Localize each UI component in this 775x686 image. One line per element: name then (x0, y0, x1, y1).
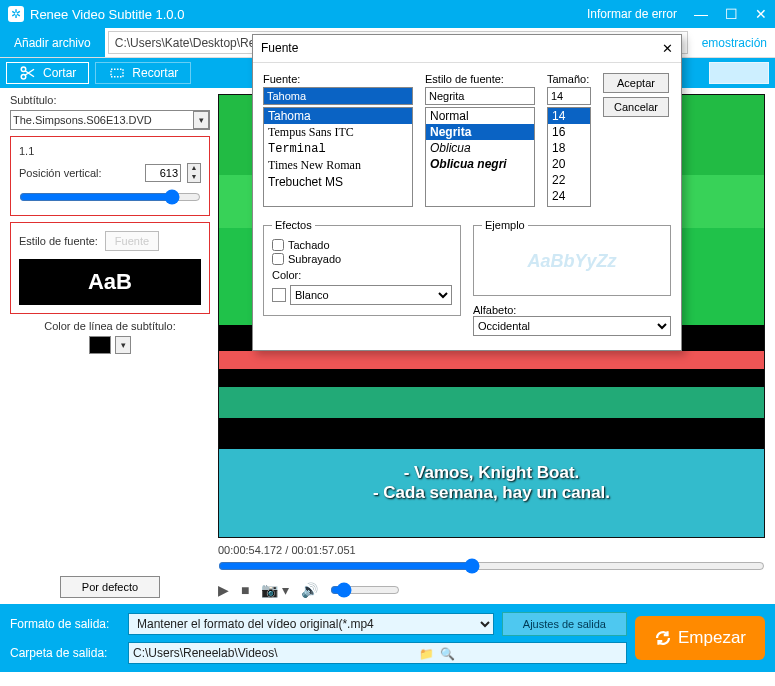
caption-line-1: - Vamos, Knight Boat. (219, 463, 764, 483)
play-icon[interactable]: ▶ (218, 582, 229, 598)
spin-down-icon[interactable]: ▼ (188, 173, 200, 182)
snapshot-icon[interactable]: 📷 ▾ (261, 582, 289, 598)
add-file-button[interactable]: Añadir archivo (0, 28, 105, 57)
underline-label: Subrayado (288, 253, 341, 265)
position-spinner[interactable]: ▲▼ (187, 163, 201, 183)
style-option[interactable]: Oblicua (426, 140, 534, 156)
font-option[interactable]: Tempus Sans ITC (264, 124, 412, 141)
example-legend: Ejemplo (482, 219, 528, 231)
search-icon[interactable]: 🔍 (440, 647, 455, 661)
close-icon[interactable]: ✕ (753, 6, 769, 22)
crop-button[interactable]: Recortar (95, 62, 191, 84)
output-folder-label: Carpeta de salida: (10, 646, 120, 660)
report-error-link[interactable]: Informar de error (587, 7, 677, 21)
volume-slider[interactable] (330, 582, 400, 598)
cut-label: Cortar (43, 66, 76, 80)
font-list[interactable]: Tahoma Tempus Sans ITC Terminal Times Ne… (263, 107, 413, 207)
font-style-label: Estilo de fuente: (19, 235, 98, 247)
color-swatch-icon (272, 288, 286, 302)
accept-button[interactable]: Aceptar (603, 73, 669, 93)
subtitle-label: Subtítulo: (10, 94, 210, 106)
style-option[interactable]: Oblicua negri (426, 156, 534, 172)
subtitle-caption: - Vamos, Knight Boat. - Cada semana, hay… (219, 463, 764, 503)
volume-icon[interactable]: 🔊 (301, 582, 318, 598)
underline-checkbox[interactable]: Subrayado (272, 253, 452, 265)
spin-up-icon[interactable]: ▲ (188, 164, 200, 173)
size-option[interactable]: 16 (548, 124, 590, 140)
maximize-icon[interactable]: ☐ (723, 6, 739, 22)
style-option[interactable]: Normal (426, 108, 534, 124)
size-option[interactable]: 14 (548, 108, 590, 124)
effects-group: Efectos Tachado Subrayado Color: Blanco (263, 219, 461, 316)
playback-controls: ▶ ■ 📷 ▾ 🔊 (218, 582, 765, 598)
subtitle-select-value: The.Simpsons.S06E13.DVD (13, 114, 152, 126)
font-style-input[interactable] (425, 87, 535, 105)
refresh-icon (654, 629, 672, 647)
position-slider[interactable] (19, 189, 201, 205)
demo-link[interactable]: emostración (694, 28, 775, 57)
style-field-label: Estilo de fuente: (425, 73, 535, 85)
font-name-input[interactable] (263, 87, 413, 105)
output-format-select[interactable]: Mantener el formato del vídeo original(*… (128, 613, 494, 635)
font-size-input[interactable] (547, 87, 591, 105)
position-index: 1.1 (19, 145, 201, 157)
strike-checkbox[interactable]: Tachado (272, 239, 452, 251)
cancel-button[interactable]: Cancelar (603, 97, 669, 117)
seek-slider[interactable] (218, 558, 765, 574)
font-option[interactable]: Trebuchet MS (264, 174, 412, 190)
size-list[interactable]: 14 16 18 20 22 24 26 (547, 107, 591, 207)
size-option[interactable]: 24 (548, 188, 590, 204)
output-format-label: Formato de salida: (10, 617, 120, 631)
start-button[interactable]: Empezar (635, 616, 765, 660)
svg-rect-2 (111, 69, 123, 77)
size-field-label: Tamaño: (547, 73, 591, 85)
size-option[interactable]: 18 (548, 140, 590, 156)
caption-line-2: - Cada semana, hay un canal. (219, 483, 764, 503)
output-folder-input[interactable] (128, 642, 627, 664)
color-select-label: Color: (272, 269, 452, 281)
app-logo-icon (8, 6, 24, 22)
cut-button[interactable]: Cortar (6, 62, 89, 84)
font-preview: AaB (19, 259, 201, 305)
crop-icon (108, 64, 126, 82)
font-option[interactable]: Terminal (264, 141, 412, 157)
size-option[interactable]: 20 (548, 156, 590, 172)
toolbar-spacer-box (709, 62, 769, 84)
default-button[interactable]: Por defecto (60, 576, 160, 598)
position-group: 1.1 Posición vertical: ▲▼ (10, 136, 210, 216)
size-option[interactable]: 22 (548, 172, 590, 188)
alphabet-select[interactable]: Occidental (473, 316, 671, 336)
line-color-dropdown[interactable]: ▾ (115, 336, 131, 354)
chevron-down-icon[interactable]: ▾ (193, 111, 209, 129)
bottom-bar: Formato de salida: Mantener el formato d… (0, 604, 775, 672)
effects-legend: Efectos (272, 219, 315, 231)
time-display: 00:00:54.172 / 00:01:57.051 (218, 544, 765, 556)
dialog-title: Fuente (261, 41, 298, 56)
stop-icon[interactable]: ■ (241, 582, 249, 598)
font-option[interactable]: Tahoma (264, 108, 412, 124)
font-option[interactable]: Times New Roman (264, 157, 412, 174)
window-title: Renee Video Subtitle 1.0.0 (30, 7, 587, 22)
style-list[interactable]: Normal Negrita Oblicua Oblicua negri (425, 107, 535, 207)
dialog-close-icon[interactable]: ✕ (662, 41, 673, 56)
minimize-icon[interactable]: — (693, 6, 709, 22)
style-option[interactable]: Negrita (426, 124, 534, 140)
left-panel: Subtítulo: The.Simpsons.S06E13.DVD ▾ 1.1… (10, 94, 210, 598)
alphabet-label: Alfabeto: (473, 304, 671, 316)
font-button[interactable]: Fuente (105, 231, 159, 251)
position-input[interactable] (145, 164, 181, 182)
font-dialog: Fuente ✕ Fuente: Tahoma Tempus Sans ITC … (252, 34, 682, 351)
line-color-label: Color de línea de subtítulo: (10, 320, 210, 332)
font-color-select[interactable]: Blanco (290, 285, 452, 305)
example-group: Ejemplo AaBbYyZz (473, 219, 671, 296)
subtitle-select[interactable]: The.Simpsons.S06E13.DVD ▾ (10, 110, 210, 130)
scissors-icon (19, 64, 37, 82)
titlebar: Renee Video Subtitle 1.0.0 Informar de e… (0, 0, 775, 28)
position-label: Posición vertical: (19, 167, 139, 179)
folder-icon[interactable]: 📁 (419, 647, 434, 661)
strike-label: Tachado (288, 239, 330, 251)
crop-label: Recortar (132, 66, 178, 80)
output-settings-button[interactable]: Ajustes de salida (502, 612, 627, 636)
example-text: AaBbYyZz (482, 237, 662, 285)
start-label: Empezar (678, 628, 746, 648)
